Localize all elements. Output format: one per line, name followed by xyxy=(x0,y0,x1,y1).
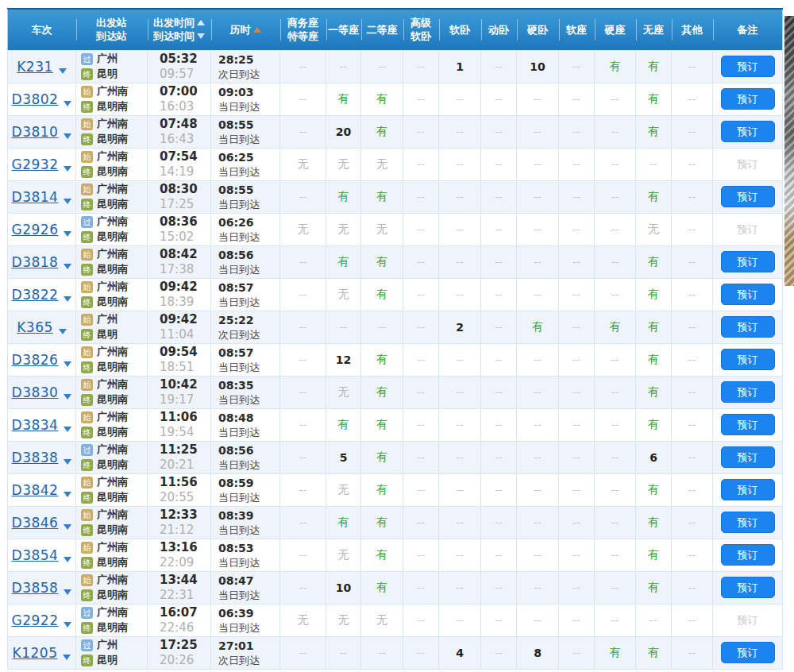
duration-value: 08:59 xyxy=(218,475,279,491)
stations-cell: 始广州南终昆明南 xyxy=(76,148,148,180)
book-button[interactable]: 预订 xyxy=(721,479,775,500)
seat-cell-hard-seat: 有 xyxy=(595,50,636,83)
station-line: 终昆明南 xyxy=(81,555,147,570)
train-number-link[interactable]: K365 xyxy=(17,319,53,335)
book-button[interactable]: 预订 xyxy=(721,316,775,338)
train-expand-caret-icon[interactable] xyxy=(63,655,71,660)
book-button[interactable]: 预订 xyxy=(721,284,775,305)
seat-cell-emu-sleeper: -- xyxy=(481,343,517,376)
train-number-link[interactable]: D3858 xyxy=(12,580,59,596)
train-number-link[interactable]: G2932 xyxy=(12,156,59,172)
train-expand-caret-icon[interactable] xyxy=(64,589,71,595)
seat-cell-second-class: 有 xyxy=(361,278,403,311)
train-expand-caret-icon[interactable] xyxy=(64,459,71,465)
train-number-link[interactable]: D3822 xyxy=(12,287,59,303)
book-cell: 预订 xyxy=(713,506,783,539)
train-number-link[interactable]: D3834 xyxy=(12,417,59,433)
origin-badge-icon: 始 xyxy=(81,314,93,326)
seat-cell-soft-seat: -- xyxy=(559,473,595,506)
terminus-badge-icon: 终 xyxy=(81,492,93,504)
seat-cell-first-class: 无 xyxy=(326,604,361,636)
train-expand-caret-icon[interactable] xyxy=(64,557,71,562)
train-expand-caret-icon[interactable] xyxy=(64,427,71,432)
train-number-link[interactable]: D3846 xyxy=(12,515,59,531)
seat-cell-other: -- xyxy=(672,604,713,636)
book-button[interactable]: 预订 xyxy=(721,186,775,207)
train-number-link[interactable]: K1205 xyxy=(13,645,58,661)
col-header-times[interactable]: 出发时间到达时间 xyxy=(148,9,211,50)
seat-cell-second-class: 有 xyxy=(361,571,403,604)
book-button[interactable]: 预订 xyxy=(721,121,775,142)
times-cell: 17:2520:26 xyxy=(148,636,211,669)
book-button[interactable]: 预订 xyxy=(721,642,775,663)
seat-cell-hard-seat: -- xyxy=(595,180,636,213)
col-header-hard-seat: 硬座 xyxy=(595,9,636,50)
train-number-link[interactable]: G2926 xyxy=(12,222,59,238)
train-expand-caret-icon[interactable] xyxy=(64,101,71,106)
seat-cell-second-class: 有 xyxy=(361,473,403,506)
book-button[interactable]: 预订 xyxy=(721,381,775,403)
train-expand-caret-icon[interactable] xyxy=(64,394,71,400)
train-expand-caret-icon[interactable] xyxy=(64,166,71,172)
stations-cell: 始广州南终昆明南 xyxy=(76,343,148,376)
table-row: D3842始广州南终昆明南11:5620:5508:59当日到达--无有----… xyxy=(8,473,783,506)
header-line: 出发站 xyxy=(76,16,148,29)
train-number-link[interactable]: D3814 xyxy=(12,189,59,205)
duration-value: 06:26 xyxy=(218,214,279,230)
train-expand-caret-icon[interactable] xyxy=(64,199,71,204)
book-cell: 预订 xyxy=(713,636,783,669)
terminus-badge-icon: 终 xyxy=(81,394,93,406)
train-number-link[interactable]: G2922 xyxy=(12,612,59,628)
sort-asc-icon[interactable] xyxy=(253,27,261,33)
train-expand-caret-icon[interactable] xyxy=(64,361,71,367)
seat-cell-other: -- xyxy=(672,571,713,604)
train-expand-caret-icon[interactable] xyxy=(64,264,71,269)
col-header-duration[interactable]: 历时 xyxy=(211,9,280,50)
seat-cell-first-class: 有 xyxy=(326,83,361,115)
book-button[interactable]: 预订 xyxy=(721,88,775,110)
train-number-link[interactable]: D3842 xyxy=(12,482,59,498)
book-button[interactable]: 预订 xyxy=(721,544,775,566)
seat-cell-premium-soft-sleeper: -- xyxy=(403,473,439,506)
arrival-day-label: 次日到达 xyxy=(218,654,279,668)
train-expand-caret-icon[interactable] xyxy=(59,68,67,74)
seat-cell-other: -- xyxy=(672,343,713,376)
train-number-link[interactable]: D3838 xyxy=(12,450,59,465)
train-expand-caret-icon[interactable] xyxy=(64,524,71,530)
train-number-link[interactable]: D3810 xyxy=(12,124,59,140)
book-button[interactable]: 预订 xyxy=(721,577,775,598)
train-expand-caret-icon[interactable] xyxy=(64,231,71,237)
header-line: 硬卧 xyxy=(517,23,559,37)
train-expand-caret-icon[interactable] xyxy=(64,492,71,497)
train-number-link[interactable]: D3826 xyxy=(12,352,59,368)
book-cell: 预订 xyxy=(713,180,783,213)
sort-desc-icon[interactable] xyxy=(197,33,205,39)
train-expand-caret-icon[interactable] xyxy=(64,296,71,302)
seat-cell-first-class: -- xyxy=(326,311,361,343)
header-label: 到达时间 xyxy=(153,29,195,43)
train-number-link[interactable]: D3854 xyxy=(12,547,59,563)
seat-cell-business-premium: -- xyxy=(280,115,326,148)
train-expand-caret-icon[interactable] xyxy=(64,622,71,628)
sort-asc-icon[interactable] xyxy=(197,20,205,25)
seat-cell-first-class: 无 xyxy=(326,376,361,408)
book-button[interactable]: 预订 xyxy=(721,414,775,435)
arrival-day-label: 次日到达 xyxy=(218,68,279,82)
arrive-time: 20:55 xyxy=(160,490,210,505)
arrival-station: 昆明 xyxy=(97,327,118,342)
train-number-link[interactable]: K231 xyxy=(17,59,53,75)
train-number-link[interactable]: D3818 xyxy=(12,254,59,270)
book-button[interactable]: 预订 xyxy=(721,349,775,370)
train-number-link[interactable]: D3802 xyxy=(12,91,59,107)
book-button[interactable]: 预订 xyxy=(721,512,775,533)
train-expand-caret-icon[interactable] xyxy=(64,133,71,139)
train-number-link[interactable]: D3830 xyxy=(12,384,59,400)
train-expand-caret-icon[interactable] xyxy=(59,329,67,334)
book-button[interactable]: 预订 xyxy=(721,446,775,468)
book-button[interactable]: 预订 xyxy=(721,56,775,77)
book-button[interactable]: 预订 xyxy=(721,251,775,272)
seat-cell-emu-sleeper: -- xyxy=(481,473,517,506)
stations-cell: 始广州南终昆明南 xyxy=(76,539,148,571)
seat-cell-no-seat: 无 xyxy=(636,213,672,245)
depart-time: 08:36 xyxy=(160,214,210,230)
